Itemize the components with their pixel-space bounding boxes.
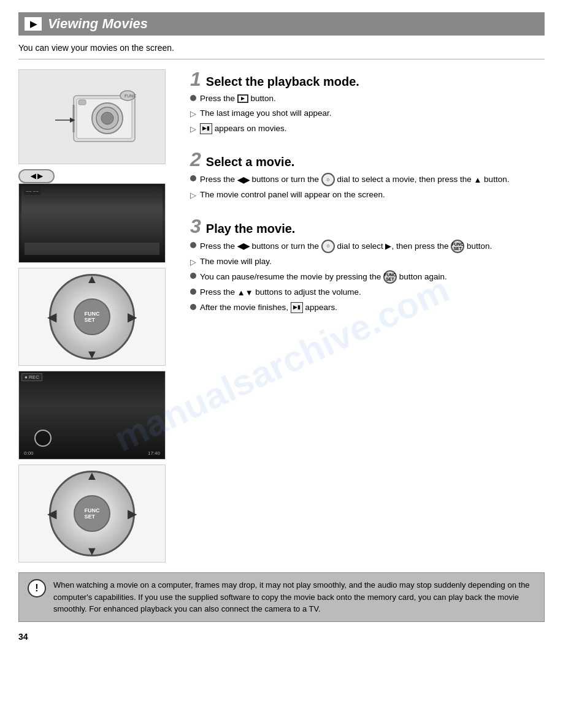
- func-set-button-icon-2: FUNCSET: [383, 270, 397, 284]
- page-header: ▶ Viewing Movies: [18, 12, 545, 36]
- step-1-bullet-3-text: ▶▮ appears on movies.: [200, 123, 287, 135]
- step-1-header: 1 Select the playback mode.: [190, 69, 545, 89]
- step-1-bullet-1-text: Press the ▶ button.: [200, 93, 276, 105]
- step-3-bullet-3: You can pause/resume the movie by pressi…: [190, 270, 545, 284]
- dial-arrow-down-1: ▼: [86, 347, 98, 362]
- movie-duration: 17:40: [148, 450, 160, 456]
- page-number: 34: [18, 632, 545, 642]
- arrow-bullet-icon-4: ▷: [190, 256, 196, 268]
- step-2-bullet-1-text: Press the ◀▶ buttons or turn the ○ dial …: [200, 173, 509, 186]
- step-2-bullets: Press the ◀▶ buttons or turn the ○ dial …: [190, 173, 545, 202]
- note-box: ! When watching a movie on a computer, f…: [18, 572, 545, 622]
- svg-text:FUNC: FUNC: [124, 94, 136, 98]
- dial-arrow-up-1: ▲: [86, 272, 98, 286]
- camera-image-box: FUNC: [18, 69, 166, 164]
- movie-screen-1: ~~ ~~: [18, 183, 166, 263]
- step-3-bullet-4: Press the ▲▼ buttons to adjust the volum…: [190, 286, 545, 298]
- dial-inner-1: FUNCSET: [74, 298, 110, 335]
- movie-screen-wave: [25, 243, 159, 255]
- bullet-circle-icon-6: [190, 304, 196, 310]
- dial-arrow-right-2: ▶: [128, 506, 137, 521]
- arrow-bullet-icon-2: ▷: [190, 123, 196, 135]
- step-3-title: Play the movie.: [206, 222, 296, 236]
- step-3-bullet-5-text: After the movie finishes, ▶▮ appears.: [200, 301, 337, 314]
- step-3-bullet-4-text: Press the ▲▼ buttons to adjust the volum…: [200, 286, 361, 298]
- step-2-bullet-2: ▷ The movie control panel will appear on…: [190, 189, 545, 202]
- step-2-section: 2 Select a movie. Press the ◀▶ buttons o…: [190, 150, 545, 202]
- dial-arrow-down-2: ▼: [86, 544, 98, 558]
- step-1-bullet-1: Press the ▶ button.: [190, 93, 545, 105]
- step-3-header: 3 Play the movie.: [190, 216, 545, 236]
- note-warning-icon: !: [28, 579, 46, 597]
- step-2-header: 2 Select a movie.: [190, 150, 545, 169]
- header-play-icon: ▶: [25, 17, 42, 31]
- step-3-number: 3: [190, 216, 201, 236]
- dial-image-1: FUNCSET ▲ ▼ ◀ ▶: [18, 268, 166, 366]
- page-title: Viewing Movies: [48, 16, 148, 32]
- step-1-bullet-2-text: The last image you shot will appear.: [200, 107, 332, 119]
- dial-outer-2: FUNCSET: [49, 471, 135, 556]
- movie-screen-content-2: ● REC 0:00 17:40: [19, 371, 165, 459]
- right-column: 1 Select the playback mode. Press the ▶ …: [178, 69, 545, 563]
- movie-icon-sm-2: ▶▮: [291, 302, 303, 313]
- dial-inner-2: FUNCSET: [74, 495, 110, 532]
- svg-rect-5: [79, 100, 86, 105]
- dial-icon-2: ○: [321, 240, 335, 253]
- step-1-bullet-3: ▷ ▶▮ appears on movies.: [190, 123, 545, 135]
- updown-arrows-icon: ▲▼: [237, 287, 253, 299]
- step-3-bullet-3-text: You can pause/resume the movie by pressi…: [200, 270, 447, 284]
- step-2-bullet-1: Press the ◀▶ buttons or turn the ○ dial …: [190, 173, 545, 186]
- up-arrow-icon: ▲: [473, 174, 481, 186]
- dial-icon-1: ○: [321, 173, 335, 186]
- movie-circle-indicator: [34, 430, 52, 447]
- bullet-circle-icon: [190, 95, 196, 101]
- arrow-bullet-icon-3: ▷: [190, 189, 196, 202]
- step-3-bullet-2: ▷ The movie will play.: [190, 256, 545, 268]
- dial-image-2: FUNCSET ▲ ▼ ◀ ▶: [18, 464, 166, 563]
- func-set-button-icon: FUNCSET: [451, 240, 464, 253]
- bullet-circle-icon-5: [190, 289, 196, 295]
- bullet-circle-icon-2: [190, 175, 196, 181]
- step-1-bullet-2: ▷ The last image you shot will appear.: [190, 107, 545, 120]
- dial-arrow-left-1: ◀: [47, 309, 56, 324]
- dial-container-1: FUNCSET ▲ ▼ ◀ ▶: [46, 271, 138, 363]
- movie-screen-waves-top: ~~ ~~: [24, 188, 40, 195]
- step-3-section: 3 Play the movie. Press the ◀▶ buttons o…: [190, 216, 545, 314]
- note-text: When watching a movie on a computer, fra…: [53, 579, 535, 615]
- step-2-number: 2: [190, 150, 201, 169]
- step-1-title: Select the playback mode.: [206, 75, 359, 89]
- main-content: FUNC ◀ ▶ ~~ ~~: [18, 69, 545, 563]
- step-1-bullets: Press the ▶ button. ▷ The last image you…: [190, 93, 545, 135]
- lr-arrows-icon: ◀▶: [237, 174, 250, 186]
- step-3-bullet-1-text: Press the ◀▶ buttons or turn the ○ dial …: [200, 240, 492, 253]
- step-3-bullet-1: Press the ◀▶ buttons or turn the ○ dial …: [190, 240, 545, 253]
- movie-icon-sm: ▶▮: [200, 123, 212, 134]
- left-column: FUNC ◀ ▶ ~~ ~~: [18, 69, 178, 563]
- play-triangle-icon: ▶: [385, 240, 391, 252]
- step-3-bullet-2-text: The movie will play.: [200, 256, 272, 268]
- step-2-bullet-2-text: The movie control panel will appear on t…: [200, 189, 385, 201]
- bullet-circle-icon-3: [190, 242, 196, 248]
- camera-illustration: FUNC: [37, 77, 147, 157]
- lr-arrows-icon-2: ◀▶: [237, 240, 250, 252]
- svg-point-4: [101, 112, 113, 124]
- step-1-section: 1 Select the playback mode. Press the ▶ …: [190, 69, 545, 135]
- dial-arrow-left-2: ◀: [47, 506, 56, 521]
- movie-screen-2: ● REC 0:00 17:40: [18, 371, 166, 460]
- step-3-bullet-5: After the movie finishes, ▶▮ appears.: [190, 301, 545, 314]
- dial-arrow-right-1: ▶: [128, 309, 137, 324]
- movie-rec-tag: ● REC: [21, 373, 42, 381]
- dial-container-2: FUNCSET ▲ ▼ ◀ ▶: [46, 468, 138, 559]
- page-subtitle: You can view your movies on the screen.: [18, 43, 545, 53]
- movie-timecode: 0:00: [24, 450, 34, 456]
- play-button-icon: ▶: [237, 94, 248, 103]
- arrow-bullet-icon: ▷: [190, 108, 196, 120]
- step-1-number: 1: [190, 69, 201, 89]
- step-3-bullets: Press the ◀▶ buttons or turn the ○ dial …: [190, 240, 545, 314]
- dial-arrow-up-2: ▲: [86, 469, 98, 483]
- step-2-title: Select a movie.: [206, 155, 295, 169]
- bullet-circle-icon-4: [190, 273, 196, 279]
- dial-outer-1: FUNCSET: [49, 274, 135, 360]
- mode-badge: ◀ ▶: [18, 169, 55, 183]
- divider: [18, 59, 545, 59]
